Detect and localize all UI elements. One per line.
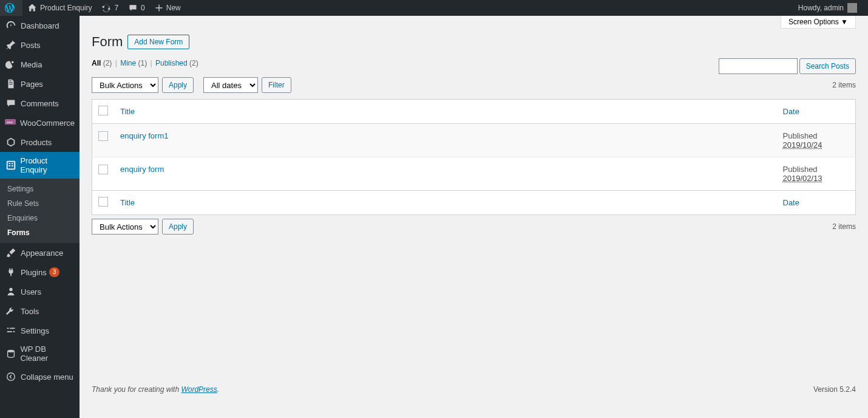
sidebar-item-label: Users <box>21 287 41 296</box>
new-label: New <box>166 4 181 12</box>
filter-mine-count: (1) <box>138 59 147 67</box>
sidebar-item-product-enquiry[interactable]: Product Enquiry <box>0 152 80 179</box>
select-all-top-checkbox[interactable] <box>98 106 108 115</box>
column-title-footer[interactable]: Title <box>114 191 777 215</box>
comment-icon <box>128 3 138 13</box>
speedometer-icon <box>5 20 17 31</box>
sidebar-item-users[interactable]: Users <box>0 282 80 301</box>
pin-icon <box>5 39 17 50</box>
sidebar-item-products[interactable]: Products <box>0 132 80 152</box>
sidebar-item-collapse-menu[interactable]: Collapse menu <box>0 367 80 386</box>
wp-logo[interactable] <box>0 0 22 16</box>
items-count-top: 2 items <box>832 81 856 89</box>
sidebar-item-label: Appearance <box>21 248 63 258</box>
filter-mine[interactable]: Mine <box>120 59 136 67</box>
screen-options-button[interactable]: Screen Options ▼ <box>781 16 856 29</box>
sidebar-item-pages[interactable]: Pages <box>0 74 80 94</box>
comments-count: 0 <box>141 4 145 12</box>
sidebar-item-wp-db-cleaner[interactable]: WP DB Cleaner <box>0 340 80 367</box>
sidebar-item-label: Plugins <box>21 268 47 277</box>
row-status: Published <box>783 165 818 174</box>
sidebar-item-appearance[interactable]: Appearance <box>0 243 80 262</box>
sidebar-item-plugins[interactable]: Plugins3 <box>0 262 80 282</box>
sidebar-item-label: Collapse menu <box>21 372 73 382</box>
submenu-item-enquiries[interactable]: Enquiries <box>0 211 80 225</box>
sidebar-item-label: Product Enquiry <box>20 156 75 174</box>
new-content-link[interactable]: New <box>150 0 186 16</box>
row-status: Published <box>783 131 818 140</box>
bulk-actions-select-top[interactable]: Bulk Actions <box>92 77 158 93</box>
wordpress-link[interactable]: WordPress <box>181 385 217 394</box>
filter-all[interactable]: All <box>92 59 101 67</box>
home-icon <box>27 3 37 13</box>
sidebar-item-label: WP DB Cleaner <box>21 344 75 363</box>
chevron-down-icon: ▼ <box>841 18 848 26</box>
slider-icon <box>5 325 17 336</box>
sidebar-item-label: Pages <box>21 80 43 89</box>
row-date: 2019/10/24 <box>783 140 822 149</box>
sidebar-item-label: Media <box>21 60 42 69</box>
screen-options-label: Screen Options <box>788 18 839 26</box>
avatar <box>847 3 857 13</box>
apply-button-bottom[interactable]: Apply <box>162 219 194 235</box>
row-checkbox[interactable] <box>98 165 108 174</box>
row-date: 2019/02/13 <box>783 174 822 183</box>
sidebar-item-tools[interactable]: Tools <box>0 301 80 321</box>
column-date-footer[interactable]: Date <box>777 191 856 215</box>
sidebar-item-label: Settings <box>21 326 49 335</box>
add-new-form-button[interactable]: Add New Form <box>127 35 189 49</box>
bulk-actions-select-bottom[interactable]: Bulk Actions <box>92 219 158 235</box>
apply-button-top[interactable]: Apply <box>162 77 194 93</box>
search-input[interactable] <box>719 58 798 74</box>
column-title-header[interactable]: Title <box>114 100 777 124</box>
submenu-item-settings[interactable]: Settings <box>0 182 80 196</box>
wrench-icon <box>5 306 17 317</box>
updates-count: 7 <box>114 4 118 12</box>
page-title: Form <box>92 34 123 50</box>
sidebar-item-label: Dashboard <box>21 21 59 30</box>
svg-point-8 <box>7 373 15 381</box>
account-link[interactable]: Howdy, admin <box>793 0 862 16</box>
submenu-item-rule-sets[interactable]: Rule Sets <box>0 196 80 211</box>
user-icon <box>5 286 17 297</box>
sidebar-item-woocommerce[interactable]: wooWooCommerce <box>0 113 80 132</box>
howdy-text: Howdy, admin <box>798 4 844 12</box>
filter-button[interactable]: Filter <box>262 77 291 93</box>
submenu-item-forms[interactable]: Forms <box>0 225 80 240</box>
version-text: Version 5.2.4 <box>813 385 856 394</box>
admin-sidebar: DashboardPostsMediaPagesCommentswooWooCo… <box>0 16 80 418</box>
table-row: enquiry form1Published2019/10/24 <box>92 124 856 157</box>
badge: 3 <box>49 267 60 277</box>
comments-link[interactable]: 0 <box>123 0 150 16</box>
svg-rect-2 <box>7 162 15 170</box>
woo-icon: woo <box>5 117 16 128</box>
items-count-bottom: 2 items <box>832 222 856 231</box>
forms-table: Title Date enquiry form1Published2019/10… <box>92 99 856 215</box>
date-filter-select[interactable]: All dates <box>203 77 258 93</box>
collapse-icon <box>5 371 17 382</box>
row-checkbox[interactable] <box>98 131 108 141</box>
filter-published[interactable]: Published <box>155 59 188 67</box>
svg-rect-3 <box>8 163 10 164</box>
svg-text:woo: woo <box>7 120 13 124</box>
column-date-header[interactable]: Date <box>777 100 856 124</box>
row-title-link[interactable]: enquiry form1 <box>120 131 168 140</box>
db-icon <box>5 348 17 359</box>
plug-icon <box>5 267 17 278</box>
comment-icon <box>5 98 17 109</box>
brush-icon <box>5 247 17 258</box>
plus-icon <box>155 4 163 12</box>
sidebar-item-posts[interactable]: Posts <box>0 35 80 55</box>
row-title-link[interactable]: enquiry form <box>120 165 164 174</box>
sidebar-item-dashboard[interactable]: Dashboard <box>0 16 80 35</box>
sidebar-item-label: Comments <box>21 99 59 108</box>
search-button[interactable]: Search Posts <box>799 58 856 74</box>
site-name-link[interactable]: Product Enquiry <box>22 0 97 16</box>
updates-link[interactable]: 7 <box>97 0 123 16</box>
footer-credit: Thank you for creating with WordPress. <box>92 385 219 394</box>
sidebar-item-label: Posts <box>21 41 41 50</box>
sidebar-item-media[interactable]: Media <box>0 55 80 74</box>
sidebar-item-comments[interactable]: Comments <box>0 94 80 113</box>
sidebar-item-settings[interactable]: Settings <box>0 321 80 340</box>
select-all-bottom-checkbox[interactable] <box>98 197 108 207</box>
